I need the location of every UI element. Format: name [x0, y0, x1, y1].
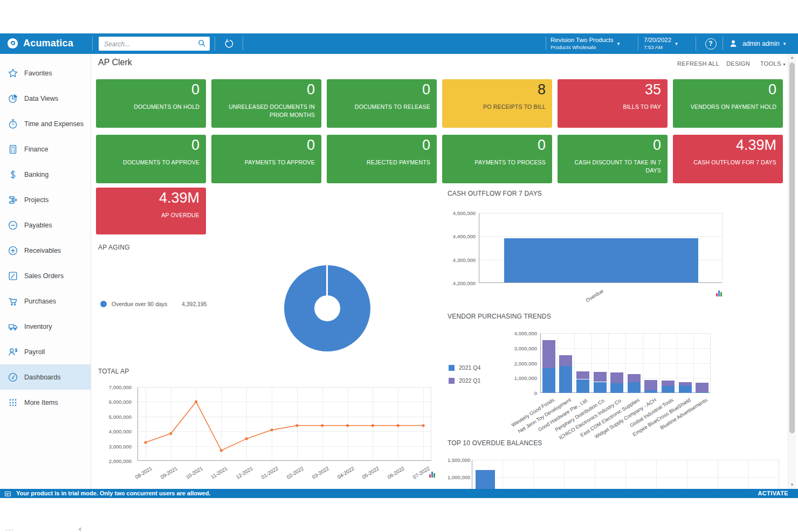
- bar-widget-supply-company-ach-2022-q1[interactable]: [644, 380, 657, 390]
- bar-global-industrial-tools-2022-q1[interactable]: [662, 381, 675, 386]
- sidebar-item-dashboards[interactable]: Dashboards: [0, 364, 91, 390]
- bar-good-hardware-pte-ltd-2022-q1[interactable]: [576, 371, 589, 379]
- bar-widget-supply-company-ach-2021-q4[interactable]: [644, 390, 657, 393]
- kpi-tile-payments-to-process[interactable]: 0PAYMENTS TO PROCESS: [442, 135, 552, 183]
- sidebar-item-more-items[interactable]: More Items: [0, 390, 91, 415]
- data-point-08-2021: [144, 441, 147, 444]
- header-action-refresh-all[interactable]: REFRESH ALL: [677, 60, 719, 67]
- stopwatch-icon: [7, 118, 19, 130]
- trial-mode-bar: Your product is in trial mode. Only two …: [0, 489, 798, 498]
- total-ap-title: TOTAL AP: [98, 368, 129, 375]
- header-action-tools[interactable]: TOOLS▾: [760, 60, 786, 67]
- sidebar-item-label: Dashboards: [24, 374, 60, 381]
- kpi-tile-cash-outflow-for-7-days[interactable]: 4.39MCASH OUTFLOW FOR 7 DAYS: [673, 135, 783, 183]
- kpi-tile-documents-on-hold[interactable]: 0DOCUMENTS ON HOLD: [96, 79, 206, 128]
- kpi-tile-rejected-payments[interactable]: 0REJECTED PAYMENTS: [327, 135, 437, 183]
- business-date-timer-button[interactable]: [218, 33, 240, 54]
- cash-outflow-title: CASH OUTFLOW FOR 7 DAYS: [448, 190, 542, 197]
- y-axis-tick: 4,500,000: [448, 210, 476, 216]
- bar-overdue-1[interactable]: [476, 470, 495, 489]
- sidebar-item-time-and-expenses[interactable]: Time and Expenses: [0, 111, 91, 136]
- sidebar-item-sales-orders[interactable]: Sales Orders: [0, 263, 91, 288]
- kpi-label: PAYMENTS TO APPROVE: [217, 158, 315, 167]
- search-box[interactable]: [99, 37, 210, 51]
- cash-outflow-widget: CASH OUTFLOW FOR 7 DAYS 4,500,0004,400,0…: [448, 190, 731, 306]
- chart-type-icon[interactable]: [429, 471, 437, 478]
- bar-blueline-advertisements-2022-q1[interactable]: [696, 383, 708, 392]
- company-name: Revision Two Products: [551, 37, 614, 44]
- chart-type-icon[interactable]: [716, 290, 724, 296]
- search-icon[interactable]: [197, 39, 207, 48]
- bar-east-com-electronic-supplies-2022-q1[interactable]: [628, 374, 641, 382]
- bar-blueline-advertisements-2021-q4[interactable]: [696, 392, 708, 393]
- chart-type-icon-bar: [718, 291, 720, 296]
- kpi-label: UNRELEASED DOCUMENTS IN PRIOR MONTHS: [217, 103, 315, 119]
- bar-westerly-good-foods-2021-q4[interactable]: [542, 368, 555, 393]
- user-menu[interactable]: admin admin ▾: [728, 33, 792, 54]
- sidebar-item-receivables[interactable]: Receivables: [0, 238, 91, 263]
- company-branch: Products Wholesale: [551, 44, 596, 50]
- kpi-value: 0: [422, 81, 430, 98]
- sidebar-item-data-views[interactable]: Data Views: [0, 86, 91, 111]
- help-button[interactable]: ?: [703, 33, 719, 54]
- scroll-down-icon[interactable]: ▼: [788, 481, 796, 489]
- kpi-tile-vendors-on-payment-hold[interactable]: 0VENDORS ON PAYMENT HOLD: [673, 79, 783, 128]
- kpi-tile-bills-to-pay[interactable]: 35BILLS TO PAY: [558, 79, 668, 128]
- bar-periphery-distribution-co-2022-q1[interactable]: [594, 372, 607, 382]
- gridline: [677, 334, 677, 392]
- sidebar-item-purchases[interactable]: Purchases: [0, 288, 91, 314]
- sidebar-item-payables[interactable]: Payables: [0, 212, 91, 238]
- data-point-06-2022: [397, 424, 400, 427]
- pie-icon: [7, 93, 19, 105]
- y-axis-tick: 1,000,000: [448, 474, 469, 480]
- scroll-up-icon[interactable]: ▲: [788, 54, 796, 61]
- header-action-design[interactable]: DESIGN: [726, 60, 750, 67]
- kpi-tile-documents-to-approve[interactable]: 0DOCUMENTS TO APPROVE: [96, 135, 206, 183]
- acumatica-logo[interactable]: Acumatica: [6, 37, 73, 50]
- bar-net-jenn-toy-development-2021-q4[interactable]: [559, 365, 572, 393]
- activate-button[interactable]: ACTIVATE: [758, 490, 788, 496]
- y-axis-tick: 7,000,000: [98, 384, 132, 390]
- scrollbar-thumb[interactable]: [789, 63, 795, 433]
- bar-global-industrial-tools-2021-q4[interactable]: [662, 385, 675, 393]
- search-input[interactable]: [103, 37, 196, 51]
- y-axis-tick: 4,400,000: [448, 233, 476, 239]
- ap-aging-donut[interactable]: [284, 265, 370, 351]
- bar-ichico-electronics-industry-co-2022-q1[interactable]: [610, 372, 623, 383]
- kpi-tile-cash-discount-to-take-in-7-days[interactable]: 0CASH DISCOUNT TO TAKE IN 7 DAYS: [558, 135, 668, 183]
- vendor-trends-title: VENDOR PURCHASING TRENDS: [448, 313, 551, 320]
- bar-empire-bluecross-blueshield-2021-q4[interactable]: [679, 385, 692, 393]
- bar-overdue[interactable]: [504, 238, 698, 282]
- bar-ichico-electronics-industry-co-2021-q4[interactable]: [610, 383, 623, 393]
- kpi-tile-documents-to-release[interactable]: 0DOCUMENTS TO RELEASE: [327, 79, 437, 128]
- bar-good-hardware-pte-ltd-2021-q4[interactable]: [576, 379, 589, 393]
- bar-empire-bluecross-blueshield-2022-q1[interactable]: [679, 382, 692, 385]
- business-date-selector[interactable]: 7/20/2022 7:53 AM ▾: [644, 33, 691, 54]
- total-ap-widget: TOTAL AP 7,000,0006,000,0005,000,0004,00…: [98, 368, 448, 485]
- sidebar-item-banking[interactable]: Banking: [0, 162, 91, 187]
- bar-east-com-electronic-supplies-2021-q4[interactable]: [628, 382, 641, 393]
- chart-type-icon-bar: [431, 472, 433, 478]
- sidebar-item-projects[interactable]: Projects: [0, 187, 91, 212]
- bar-westerly-good-foods-2022-q1[interactable]: [542, 340, 555, 368]
- bar-periphery-distribution-co-2021-q4[interactable]: [594, 382, 607, 393]
- sidebar-item-favorites[interactable]: Favorites: [0, 60, 91, 86]
- kpi-tile-unreleased-documents-in-prior-months[interactable]: 0UNRELEASED DOCUMENTS IN PRIOR MONTHS: [211, 79, 321, 128]
- sidebar-overflow-dots[interactable]: ...: [5, 524, 15, 532]
- sidebar-item-finance[interactable]: Finance: [0, 136, 91, 162]
- sidebar-item-payroll[interactable]: Payroll: [0, 339, 91, 364]
- kpi-tile-po-receipts-to-bill[interactable]: 8PO RECEIPTS TO BILL: [442, 79, 552, 128]
- sidebar-item-inventory[interactable]: Inventory: [0, 314, 91, 339]
- chevron-down-icon: ▾: [783, 41, 786, 46]
- kpi-tile-ap-overdue[interactable]: 4.39MAP OVERDUE: [96, 188, 206, 234]
- kpi-tile-payments-to-approve[interactable]: 0PAYMENTS TO APPROVE: [211, 135, 321, 183]
- sidebar-item-label: Time and Expenses: [24, 120, 84, 128]
- company-selector[interactable]: Revision Two Products Products Wholesale…: [551, 33, 631, 54]
- dollar-icon: [7, 169, 19, 181]
- ap-aging-legend-item[interactable]: Overdue over 90 days 4,392,195: [100, 301, 207, 307]
- main-scrollbar[interactable]: ▲ ▼: [788, 54, 796, 489]
- kpi-label: AP OVERDUE: [101, 211, 200, 219]
- bar-net-jenn-toy-development-2022-q1[interactable]: [559, 355, 572, 366]
- sidebar-collapse-icon[interactable]: ‹: [79, 524, 81, 532]
- legend-swatch: [100, 301, 107, 307]
